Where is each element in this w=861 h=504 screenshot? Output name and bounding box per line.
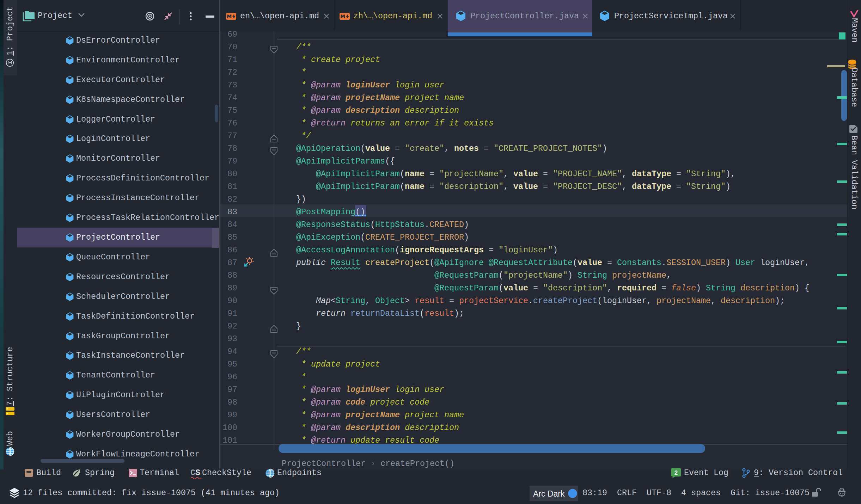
svg-text:2: 2 xyxy=(674,469,678,476)
